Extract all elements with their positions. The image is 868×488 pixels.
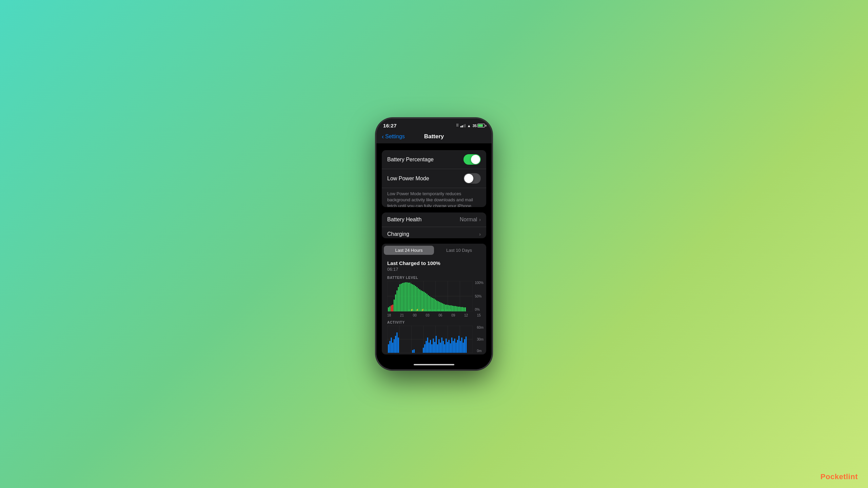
svg-rect-89 — [412, 350, 413, 353]
svg-rect-26 — [409, 283, 410, 311]
svg-rect-62 — [460, 307, 461, 311]
battery-percentage-label: Battery Percentage — [387, 157, 434, 163]
svg-rect-24 — [407, 282, 408, 311]
svg-rect-27 — [411, 284, 412, 311]
chart-info: Last Charged to 100% 06:17 — [382, 257, 486, 273]
svg-rect-92 — [424, 344, 425, 353]
back-chevron-icon: ‹ — [382, 133, 384, 140]
svg-rect-104 — [441, 338, 442, 353]
x-label-00: 00 — [413, 313, 417, 317]
svg-rect-111 — [451, 338, 452, 353]
svg-text:⚡: ⚡ — [421, 309, 424, 312]
svg-rect-97 — [431, 344, 432, 353]
back-button[interactable]: ‹ Settings — [382, 133, 405, 140]
svg-rect-88 — [398, 338, 399, 353]
low-power-mode-toggle[interactable] — [463, 173, 481, 184]
svg-rect-95 — [429, 343, 430, 353]
tab-last-24h-label: Last 24 Hours — [395, 248, 423, 253]
tab-last-10d[interactable]: Last 10 Days — [434, 246, 484, 255]
svg-rect-121 — [466, 337, 467, 353]
svg-rect-83 — [391, 338, 392, 353]
svg-rect-30 — [415, 286, 416, 311]
svg-rect-102 — [438, 339, 439, 353]
tab-last-10d-label: Last 10 Days — [446, 248, 472, 253]
charging-row[interactable]: Charging › — [382, 227, 486, 238]
svg-rect-11 — [388, 307, 389, 311]
x-label-15: 15 — [477, 313, 481, 317]
low-power-mode-row[interactable]: Low Power Mode — [382, 169, 486, 188]
wifi-icon: ▲ — [467, 124, 471, 128]
svg-rect-85 — [394, 339, 395, 353]
battery-percentage-row[interactable]: Battery Percentage — [382, 150, 486, 169]
svg-rect-105 — [443, 341, 444, 353]
svg-rect-21 — [402, 283, 403, 311]
phone-outer: 16:27 ⠿ ▲ 35 ‹ Settings Ba — [376, 119, 492, 369]
battery-percent-text: 35 — [473, 124, 477, 128]
svg-rect-59 — [456, 306, 457, 311]
y-label-0: 0% — [475, 308, 484, 311]
svg-rect-53 — [448, 305, 449, 311]
battery-level-chart: ⚡ ⚡ ⚡ — [387, 281, 473, 311]
svg-rect-45 — [436, 301, 437, 311]
svg-rect-16 — [395, 294, 396, 311]
bluetooth-icon: ⠿ — [456, 124, 459, 127]
svg-rect-120 — [464, 339, 465, 353]
battery-health-right: Normal › — [460, 217, 481, 223]
svg-rect-64 — [463, 307, 465, 311]
svg-rect-39 — [428, 295, 429, 311]
activity-label: ACTIVITY — [382, 318, 486, 326]
battery-icon — [477, 124, 485, 127]
svg-rect-20 — [401, 284, 402, 311]
svg-text:⚡: ⚡ — [416, 309, 419, 312]
watermark: Pocketlint — [821, 472, 858, 481]
battery-x-labels: 18 21 00 03 06 09 12 15 — [382, 313, 486, 318]
chevron-right-charging-icon: › — [479, 231, 481, 237]
status-time: 16:27 — [383, 123, 397, 128]
status-bar: 16:27 ⠿ ▲ 35 — [376, 119, 492, 130]
battery-health-row[interactable]: Battery Health Normal › — [382, 212, 486, 227]
svg-rect-60 — [458, 307, 459, 311]
svg-rect-29 — [414, 285, 415, 311]
watermark-accent: P — [821, 472, 826, 481]
svg-rect-116 — [458, 336, 459, 353]
svg-rect-43 — [434, 299, 435, 311]
charging-right: › — [479, 231, 481, 237]
signal-bars — [460, 124, 466, 127]
svg-rect-33 — [419, 289, 420, 311]
svg-rect-31 — [416, 287, 417, 311]
svg-rect-61 — [459, 307, 460, 311]
battery-percentage-toggle[interactable] — [463, 154, 481, 165]
svg-rect-22 — [403, 283, 405, 311]
svg-rect-12 — [389, 306, 390, 311]
svg-rect-41 — [431, 297, 432, 311]
watermark-text: ocketlint — [826, 472, 858, 481]
svg-rect-56 — [452, 306, 453, 311]
toggle-section: Battery Percentage Low Power Mode Low Po… — [382, 150, 486, 207]
svg-rect-38 — [427, 294, 428, 311]
svg-rect-42 — [432, 298, 433, 311]
svg-rect-110 — [450, 343, 451, 353]
x-label-06: 06 — [438, 313, 442, 317]
tab-last-24h[interactable]: Last 24 Hours — [384, 246, 434, 255]
activity-y-label-30: 30m — [477, 338, 484, 341]
home-bar — [414, 364, 454, 365]
home-indicator — [376, 361, 492, 369]
svg-text:⚡: ⚡ — [410, 309, 413, 312]
activity-y-label-60: 60m — [477, 326, 484, 329]
svg-rect-52 — [446, 305, 447, 311]
svg-rect-100 — [436, 336, 437, 353]
x-label-09: 09 — [451, 313, 455, 317]
content-scroll[interactable]: Battery Percentage Low Power Mode Low Po… — [376, 143, 492, 361]
svg-rect-94 — [427, 338, 428, 353]
svg-rect-84 — [392, 343, 393, 353]
svg-rect-32 — [418, 288, 419, 311]
svg-rect-13 — [391, 305, 392, 311]
svg-rect-19 — [399, 284, 400, 311]
svg-rect-18 — [398, 287, 399, 311]
activity-chart-y-labels: 60m 30m 0m — [477, 326, 484, 353]
battery-fill — [478, 124, 483, 127]
battery-health-label: Battery Health — [387, 217, 421, 223]
svg-rect-58 — [455, 306, 456, 311]
svg-rect-98 — [433, 339, 434, 353]
y-label-100: 100% — [475, 281, 484, 285]
